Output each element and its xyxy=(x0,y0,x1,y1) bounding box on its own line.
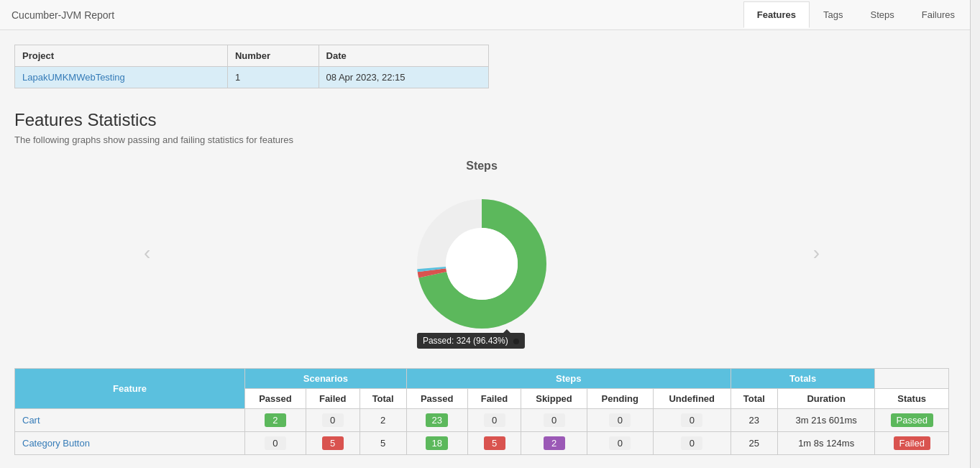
cat-st-skipped: 2 xyxy=(521,432,587,455)
col-st-undefined: Undefined xyxy=(653,389,731,409)
chart-container: Steps ‹ Passed: 324 (96.43%) xyxy=(14,160,949,347)
cart-sc-total: 2 xyxy=(360,409,406,432)
col-scenarios-header: Scenarios xyxy=(245,369,407,389)
main-content: Project Number Date LapakUMKMWebTesting … xyxy=(0,30,963,455)
cart-duration: 3m 21s 601ms xyxy=(777,409,875,432)
cart-st-undefined: 0 xyxy=(653,409,731,432)
chart-next-button[interactable]: › xyxy=(813,242,820,265)
tab-features[interactable]: Features xyxy=(743,1,810,28)
donut-chart: Passed: 324 (96.43%) xyxy=(410,192,554,336)
tab-steps[interactable]: Steps xyxy=(857,1,908,28)
tab-failures[interactable]: Failures xyxy=(908,1,968,28)
donut-svg xyxy=(410,192,554,336)
table-row: Cart 2 0 2 23 0 0 0 0 23 3m 21s 601ms Pa… xyxy=(15,409,949,432)
cat-sc-total: 5 xyxy=(360,432,406,455)
col-sc-passed: Passed xyxy=(245,389,306,409)
cat-sc-failed: 5 xyxy=(306,432,360,455)
cart-st-pending: 0 xyxy=(587,409,653,432)
chart-title: Steps xyxy=(466,160,498,173)
col-st-skipped: Skipped xyxy=(521,389,587,409)
cart-st-skipped: 0 xyxy=(521,409,587,432)
tooltip-dot xyxy=(513,339,519,344)
tab-tags[interactable]: Tags xyxy=(810,1,856,28)
col-sc-failed: Failed xyxy=(306,389,360,409)
cat-st-failed: 5 xyxy=(467,432,521,455)
cat-duration: 1m 8s 124ms xyxy=(777,432,875,455)
col-st-failed: Failed xyxy=(467,389,521,409)
cat-st-pending: 0 xyxy=(587,432,653,455)
cart-st-total: 23 xyxy=(731,409,777,432)
stats-table: Feature Scenarios Steps Totals Passed Fa… xyxy=(14,368,949,455)
col-steps-header: Steps xyxy=(406,369,731,389)
col-status: Status xyxy=(875,389,949,409)
col-st-total: Total xyxy=(731,389,777,409)
cat-st-total: 25 xyxy=(731,432,777,455)
col-feature-header: Feature xyxy=(15,369,245,409)
col-st-pending: Pending xyxy=(587,389,653,409)
cart-sc-failed: 0 xyxy=(306,409,360,432)
scrollbar[interactable] xyxy=(970,0,980,455)
cart-st-passed: 23 xyxy=(406,409,467,432)
feature-name-category-button[interactable]: Category Button xyxy=(15,432,245,455)
col-project: Project xyxy=(15,45,228,67)
navbar: Cucumber-JVM Report Features Tags Steps … xyxy=(0,0,980,30)
cart-status: Passed xyxy=(875,409,949,432)
col-number: Number xyxy=(227,45,319,67)
col-duration: Duration xyxy=(777,389,875,409)
cat-sc-passed: 0 xyxy=(245,432,306,455)
nav-tabs: Features Tags Steps Failures xyxy=(743,1,968,28)
col-sc-total: Total xyxy=(360,389,406,409)
project-number: 1 xyxy=(227,67,319,88)
cart-st-failed: 0 xyxy=(467,409,521,432)
chart-tooltip: Passed: 324 (96.43%) xyxy=(417,333,525,349)
cart-sc-passed: 2 xyxy=(245,409,306,432)
project-table: Project Number Date LapakUMKMWebTesting … xyxy=(14,45,489,88)
col-totals-header: Totals xyxy=(731,369,875,389)
navbar-brand: Cucumber-JVM Report xyxy=(12,9,743,21)
svg-point-4 xyxy=(446,228,518,300)
col-date: Date xyxy=(319,45,488,67)
section-subtitle: The following graphs show passing and fa… xyxy=(14,134,949,145)
table-row: LapakUMKMWebTesting 1 08 Apr 2023, 22:15 xyxy=(15,67,489,88)
cat-st-passed: 18 xyxy=(406,432,467,455)
col-st-passed: Passed xyxy=(406,389,467,409)
cat-status: Failed xyxy=(875,432,949,455)
chart-prev-button[interactable]: ‹ xyxy=(144,242,150,265)
section-title: Features Statistics xyxy=(14,110,949,130)
feature-name-cart[interactable]: Cart xyxy=(15,409,245,432)
project-date: 08 Apr 2023, 22:15 xyxy=(319,67,488,88)
cat-st-undefined: 0 xyxy=(653,432,731,455)
project-name[interactable]: LapakUMKMWebTesting xyxy=(15,67,228,88)
table-row: Category Button 0 5 5 18 5 2 0 0 25 1m 8… xyxy=(15,432,949,455)
